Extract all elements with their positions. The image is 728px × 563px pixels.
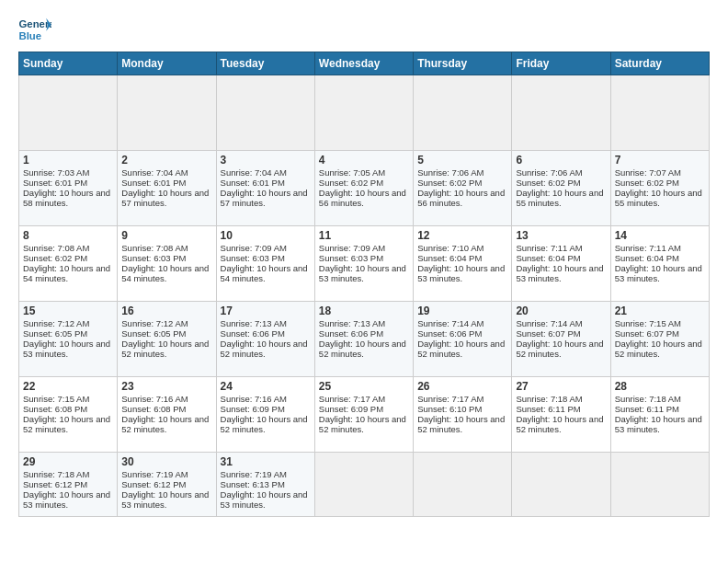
sunrise-text: Sunrise: 7:10 AM [417, 243, 507, 253]
daylight-text: Daylight: 10 hours and 52 minutes. [417, 339, 507, 359]
calendar-cell: 31Sunrise: 7:19 AMSunset: 6:13 PMDayligh… [216, 453, 314, 517]
week-row-5: 22Sunrise: 7:15 AMSunset: 6:08 PMDayligh… [19, 377, 710, 453]
day-number: 7 [615, 154, 705, 167]
sunrise-text: Sunrise: 7:12 AM [23, 318, 113, 328]
calendar-cell: 9Sunrise: 7:08 AMSunset: 6:03 PMDaylight… [118, 226, 216, 302]
sunrise-text: Sunrise: 7:15 AM [615, 318, 705, 328]
sunset-text: Sunset: 6:07 PM [615, 328, 705, 339]
sunset-text: Sunset: 6:01 PM [23, 178, 113, 188]
sunset-text: Sunset: 6:02 PM [417, 178, 507, 188]
sunset-text: Sunset: 6:11 PM [615, 404, 705, 414]
sunset-text: Sunset: 6:02 PM [516, 178, 606, 188]
sunrise-text: Sunrise: 7:07 AM [615, 167, 705, 178]
sunset-text: Sunset: 6:09 PM [221, 404, 311, 414]
day-number: 19 [417, 304, 507, 317]
calendar: SundayMondayTuesdayWednesdayThursdayFrid… [18, 52, 710, 517]
sunrise-text: Sunrise: 7:08 AM [23, 243, 113, 253]
day-number: 1 [23, 154, 113, 167]
col-header-monday: Monday [118, 52, 216, 75]
sunrise-text: Sunrise: 7:16 AM [221, 394, 311, 404]
sunset-text: Sunset: 6:01 PM [221, 178, 311, 188]
daylight-text: Daylight: 10 hours and 52 minutes. [121, 339, 211, 359]
day-number: 31 [221, 455, 311, 468]
col-header-tuesday: Tuesday [216, 52, 314, 75]
day-number: 27 [516, 380, 606, 393]
sunset-text: Sunset: 6:06 PM [417, 328, 507, 339]
daylight-text: Daylight: 10 hours and 53 minutes. [319, 263, 409, 283]
daylight-text: Daylight: 10 hours and 53 minutes. [221, 489, 311, 510]
day-number: 15 [23, 304, 113, 317]
day-number: 23 [121, 380, 211, 393]
sunset-text: Sunset: 6:02 PM [615, 178, 705, 188]
sunset-text: Sunset: 6:13 PM [221, 479, 311, 489]
day-number: 20 [516, 304, 606, 317]
header: General Blue [18, 17, 710, 42]
sunset-text: Sunset: 6:02 PM [319, 178, 409, 188]
sunset-text: Sunset: 6:04 PM [417, 253, 507, 263]
sunset-text: Sunset: 6:12 PM [23, 479, 113, 489]
sunrise-text: Sunrise: 7:06 AM [417, 167, 507, 178]
calendar-cell [314, 75, 413, 151]
daylight-text: Daylight: 10 hours and 53 minutes. [121, 489, 211, 510]
daylight-text: Daylight: 10 hours and 57 minutes. [121, 188, 211, 208]
calendar-cell: 15Sunrise: 7:12 AMSunset: 6:05 PMDayligh… [19, 302, 118, 377]
day-number: 2 [121, 154, 211, 167]
col-header-sunday: Sunday [19, 52, 118, 75]
calendar-cell: 30Sunrise: 7:19 AMSunset: 6:12 PMDayligh… [118, 453, 216, 517]
sunset-text: Sunset: 6:08 PM [23, 404, 113, 414]
day-number: 26 [417, 380, 507, 393]
col-header-wednesday: Wednesday [314, 52, 413, 75]
logo-icon: General Blue [18, 17, 51, 42]
daylight-text: Daylight: 10 hours and 52 minutes. [23, 414, 113, 434]
sunrise-text: Sunrise: 7:12 AM [121, 318, 211, 328]
week-row-2: 1Sunrise: 7:03 AMSunset: 6:01 PMDaylight… [19, 151, 710, 226]
logo: General Blue [18, 17, 51, 42]
calendar-cell: 12Sunrise: 7:10 AMSunset: 6:04 PMDayligh… [414, 226, 512, 302]
sunrise-text: Sunrise: 7:15 AM [23, 394, 113, 404]
calendar-cell [512, 75, 610, 151]
day-number: 6 [516, 154, 606, 167]
day-number: 11 [319, 229, 409, 242]
daylight-text: Daylight: 10 hours and 55 minutes. [615, 188, 705, 208]
calendar-cell: 1Sunrise: 7:03 AMSunset: 6:01 PMDaylight… [19, 151, 118, 226]
sunset-text: Sunset: 6:07 PM [516, 328, 606, 339]
calendar-cell: 5Sunrise: 7:06 AMSunset: 6:02 PMDaylight… [414, 151, 512, 226]
daylight-text: Daylight: 10 hours and 54 minutes. [121, 263, 211, 283]
sunrise-text: Sunrise: 7:14 AM [516, 318, 606, 328]
daylight-text: Daylight: 10 hours and 52 minutes. [221, 339, 311, 359]
sunrise-text: Sunrise: 7:17 AM [417, 394, 507, 404]
calendar-cell: 23Sunrise: 7:16 AMSunset: 6:08 PMDayligh… [118, 377, 216, 453]
daylight-text: Daylight: 10 hours and 54 minutes. [23, 263, 113, 283]
calendar-cell [610, 75, 709, 151]
sunset-text: Sunset: 6:03 PM [319, 253, 409, 263]
col-header-friday: Friday [512, 52, 610, 75]
calendar-cell [118, 75, 216, 151]
calendar-cell: 21Sunrise: 7:15 AMSunset: 6:07 PMDayligh… [610, 302, 709, 377]
calendar-cell: 20Sunrise: 7:14 AMSunset: 6:07 PMDayligh… [512, 302, 610, 377]
calendar-cell: 22Sunrise: 7:15 AMSunset: 6:08 PMDayligh… [19, 377, 118, 453]
daylight-text: Daylight: 10 hours and 55 minutes. [516, 188, 606, 208]
sunrise-text: Sunrise: 7:04 AM [221, 167, 311, 178]
daylight-text: Daylight: 10 hours and 58 minutes. [23, 188, 113, 208]
calendar-cell: 19Sunrise: 7:14 AMSunset: 6:06 PMDayligh… [414, 302, 512, 377]
calendar-cell [216, 75, 314, 151]
day-number: 12 [417, 229, 507, 242]
calendar-cell: 29Sunrise: 7:18 AMSunset: 6:12 PMDayligh… [19, 453, 118, 517]
day-number: 18 [319, 304, 409, 317]
sunset-text: Sunset: 6:01 PM [121, 178, 211, 188]
day-number: 17 [221, 304, 311, 317]
calendar-cell: 2Sunrise: 7:04 AMSunset: 6:01 PMDaylight… [118, 151, 216, 226]
calendar-cell: 16Sunrise: 7:12 AMSunset: 6:05 PMDayligh… [118, 302, 216, 377]
daylight-text: Daylight: 10 hours and 52 minutes. [516, 414, 606, 434]
calendar-cell: 3Sunrise: 7:04 AMSunset: 6:01 PMDaylight… [216, 151, 314, 226]
week-row-1 [19, 75, 710, 151]
sunset-text: Sunset: 6:10 PM [417, 404, 507, 414]
daylight-text: Daylight: 10 hours and 52 minutes. [319, 339, 409, 359]
sunset-text: Sunset: 6:08 PM [121, 404, 211, 414]
daylight-text: Daylight: 10 hours and 52 minutes. [417, 414, 507, 434]
calendar-cell [19, 75, 118, 151]
day-number: 10 [221, 229, 311, 242]
day-number: 8 [23, 229, 113, 242]
sunset-text: Sunset: 6:02 PM [23, 253, 113, 263]
day-number: 30 [121, 455, 211, 468]
